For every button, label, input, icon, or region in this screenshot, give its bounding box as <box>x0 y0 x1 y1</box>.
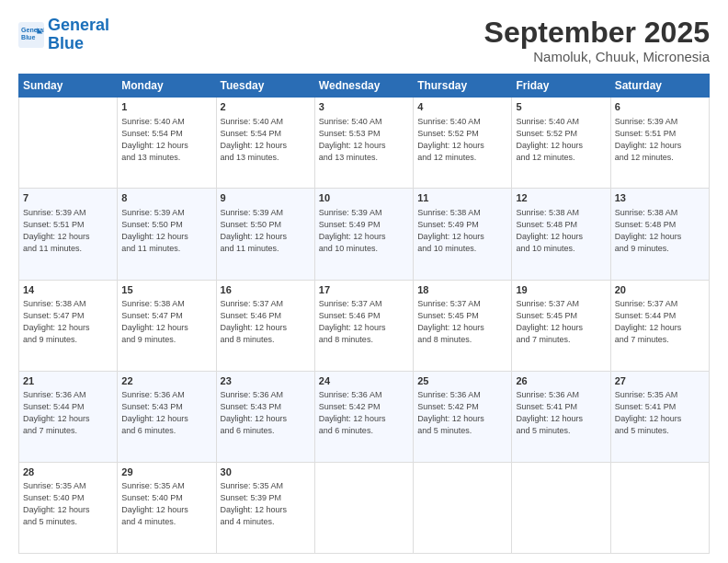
logo: General Blue General Blue <box>18 17 109 53</box>
day-info: Sunrise: 5:39 AM Sunset: 5:51 PM Dayligh… <box>23 207 113 255</box>
calendar-cell: 9Sunrise: 5:39 AM Sunset: 5:50 PM Daylig… <box>216 189 314 280</box>
day-info: Sunrise: 5:36 AM Sunset: 5:43 PM Dayligh… <box>221 389 311 437</box>
calendar-cell: 8Sunrise: 5:39 AM Sunset: 5:50 PM Daylig… <box>118 189 216 280</box>
day-info: Sunrise: 5:39 AM Sunset: 5:51 PM Dayligh… <box>615 116 705 164</box>
calendar-cell <box>19 98 118 189</box>
month-title: September 2025 <box>484 17 710 49</box>
calendar-cell: 21Sunrise: 5:36 AM Sunset: 5:44 PM Dayli… <box>19 371 118 462</box>
calendar-cell: 15Sunrise: 5:38 AM Sunset: 5:47 PM Dayli… <box>118 280 216 371</box>
day-info: Sunrise: 5:40 AM Sunset: 5:52 PM Dayligh… <box>516 116 606 164</box>
day-info: Sunrise: 5:38 AM Sunset: 5:47 PM Dayligh… <box>23 298 113 346</box>
week-row: 1Sunrise: 5:40 AM Sunset: 5:54 PM Daylig… <box>19 98 710 189</box>
calendar-cell: 19Sunrise: 5:37 AM Sunset: 5:45 PM Dayli… <box>512 280 610 371</box>
header-row: SundayMondayTuesdayWednesdayThursdayFrid… <box>19 75 710 98</box>
calendar-cell: 17Sunrise: 5:37 AM Sunset: 5:46 PM Dayli… <box>314 280 413 371</box>
day-number: 5 <box>516 100 606 114</box>
day-number: 23 <box>221 374 311 388</box>
day-info: Sunrise: 5:39 AM Sunset: 5:50 PM Dayligh… <box>221 207 311 255</box>
day-number: 7 <box>23 191 113 205</box>
day-info: Sunrise: 5:37 AM Sunset: 5:46 PM Dayligh… <box>221 298 311 346</box>
week-row: 7Sunrise: 5:39 AM Sunset: 5:51 PM Daylig… <box>19 189 710 280</box>
day-number: 11 <box>417 191 507 205</box>
calendar-cell <box>610 462 709 553</box>
calendar-page: General Blue General Blue September 2025… <box>0 0 728 563</box>
calendar-cell: 27Sunrise: 5:35 AM Sunset: 5:41 PM Dayli… <box>610 371 709 462</box>
logo-icon: General Blue <box>18 22 44 48</box>
calendar-cell: 30Sunrise: 5:35 AM Sunset: 5:39 PM Dayli… <box>216 462 314 553</box>
calendar-cell: 23Sunrise: 5:36 AM Sunset: 5:43 PM Dayli… <box>216 371 314 462</box>
weekday-header: Tuesday <box>216 75 314 98</box>
day-number: 12 <box>516 191 606 205</box>
calendar-cell: 26Sunrise: 5:36 AM Sunset: 5:41 PM Dayli… <box>512 371 610 462</box>
calendar-cell: 1Sunrise: 5:40 AM Sunset: 5:54 PM Daylig… <box>118 98 216 189</box>
day-info: Sunrise: 5:35 AM Sunset: 5:41 PM Dayligh… <box>615 389 705 437</box>
day-number: 10 <box>319 191 409 205</box>
day-number: 2 <box>221 100 311 114</box>
week-row: 21Sunrise: 5:36 AM Sunset: 5:44 PM Dayli… <box>19 371 710 462</box>
calendar-cell <box>512 462 610 553</box>
calendar-cell: 24Sunrise: 5:36 AM Sunset: 5:42 PM Dayli… <box>314 371 413 462</box>
weekday-header: Monday <box>118 75 216 98</box>
day-info: Sunrise: 5:38 AM Sunset: 5:48 PM Dayligh… <box>615 207 705 255</box>
day-number: 27 <box>615 374 705 388</box>
location-title: Namoluk, Chuuk, Micronesia <box>484 49 710 64</box>
weekday-header: Saturday <box>610 75 709 98</box>
title-block: September 2025 Namoluk, Chuuk, Micronesi… <box>484 17 710 64</box>
calendar-cell: 13Sunrise: 5:38 AM Sunset: 5:48 PM Dayli… <box>610 189 709 280</box>
week-row: 14Sunrise: 5:38 AM Sunset: 5:47 PM Dayli… <box>19 280 710 371</box>
day-number: 29 <box>121 465 211 479</box>
day-info: Sunrise: 5:37 AM Sunset: 5:45 PM Dayligh… <box>417 298 507 346</box>
day-number: 15 <box>121 283 211 297</box>
day-number: 25 <box>417 374 507 388</box>
day-number: 9 <box>221 191 311 205</box>
weekday-header: Wednesday <box>314 75 413 98</box>
day-info: Sunrise: 5:36 AM Sunset: 5:44 PM Dayligh… <box>23 389 113 437</box>
weekday-header: Friday <box>512 75 610 98</box>
day-number: 22 <box>121 374 211 388</box>
calendar-cell: 6Sunrise: 5:39 AM Sunset: 5:51 PM Daylig… <box>610 98 709 189</box>
day-number: 16 <box>221 283 311 297</box>
day-info: Sunrise: 5:35 AM Sunset: 5:40 PM Dayligh… <box>23 480 113 528</box>
calendar-cell <box>414 462 512 553</box>
calendar-cell: 22Sunrise: 5:36 AM Sunset: 5:43 PM Dayli… <box>118 371 216 462</box>
day-number: 1 <box>121 100 211 114</box>
week-row: 28Sunrise: 5:35 AM Sunset: 5:40 PM Dayli… <box>19 462 710 553</box>
day-info: Sunrise: 5:36 AM Sunset: 5:42 PM Dayligh… <box>417 389 507 437</box>
day-number: 18 <box>417 283 507 297</box>
day-info: Sunrise: 5:37 AM Sunset: 5:45 PM Dayligh… <box>516 298 606 346</box>
day-number: 19 <box>516 283 606 297</box>
header: General Blue General Blue September 2025… <box>18 17 710 64</box>
day-info: Sunrise: 5:36 AM Sunset: 5:43 PM Dayligh… <box>121 389 211 437</box>
day-info: Sunrise: 5:40 AM Sunset: 5:54 PM Dayligh… <box>121 116 211 164</box>
day-info: Sunrise: 5:38 AM Sunset: 5:47 PM Dayligh… <box>121 298 211 346</box>
day-number: 21 <box>23 374 113 388</box>
calendar-cell: 16Sunrise: 5:37 AM Sunset: 5:46 PM Dayli… <box>216 280 314 371</box>
calendar-cell: 18Sunrise: 5:37 AM Sunset: 5:45 PM Dayli… <box>414 280 512 371</box>
day-number: 24 <box>319 374 409 388</box>
day-info: Sunrise: 5:36 AM Sunset: 5:42 PM Dayligh… <box>319 389 409 437</box>
day-number: 13 <box>615 191 705 205</box>
calendar-cell <box>314 462 413 553</box>
calendar-cell: 11Sunrise: 5:38 AM Sunset: 5:49 PM Dayli… <box>414 189 512 280</box>
day-info: Sunrise: 5:38 AM Sunset: 5:48 PM Dayligh… <box>516 207 606 255</box>
calendar-cell: 2Sunrise: 5:40 AM Sunset: 5:54 PM Daylig… <box>216 98 314 189</box>
calendar-cell: 7Sunrise: 5:39 AM Sunset: 5:51 PM Daylig… <box>19 189 118 280</box>
day-number: 3 <box>319 100 409 114</box>
day-info: Sunrise: 5:37 AM Sunset: 5:44 PM Dayligh… <box>615 298 705 346</box>
day-number: 14 <box>23 283 113 297</box>
calendar-cell: 5Sunrise: 5:40 AM Sunset: 5:52 PM Daylig… <box>512 98 610 189</box>
day-info: Sunrise: 5:40 AM Sunset: 5:54 PM Dayligh… <box>221 116 311 164</box>
weekday-header: Sunday <box>19 75 118 98</box>
day-info: Sunrise: 5:38 AM Sunset: 5:49 PM Dayligh… <box>417 207 507 255</box>
day-number: 8 <box>121 191 211 205</box>
day-number: 26 <box>516 374 606 388</box>
day-info: Sunrise: 5:40 AM Sunset: 5:52 PM Dayligh… <box>417 116 507 164</box>
calendar-cell: 28Sunrise: 5:35 AM Sunset: 5:40 PM Dayli… <box>19 462 118 553</box>
day-number: 4 <box>417 100 507 114</box>
day-info: Sunrise: 5:35 AM Sunset: 5:40 PM Dayligh… <box>121 480 211 528</box>
day-info: Sunrise: 5:40 AM Sunset: 5:53 PM Dayligh… <box>319 116 409 164</box>
calendar-cell: 25Sunrise: 5:36 AM Sunset: 5:42 PM Dayli… <box>414 371 512 462</box>
calendar-cell: 29Sunrise: 5:35 AM Sunset: 5:40 PM Dayli… <box>118 462 216 553</box>
day-info: Sunrise: 5:36 AM Sunset: 5:41 PM Dayligh… <box>516 389 606 437</box>
day-number: 6 <box>615 100 705 114</box>
